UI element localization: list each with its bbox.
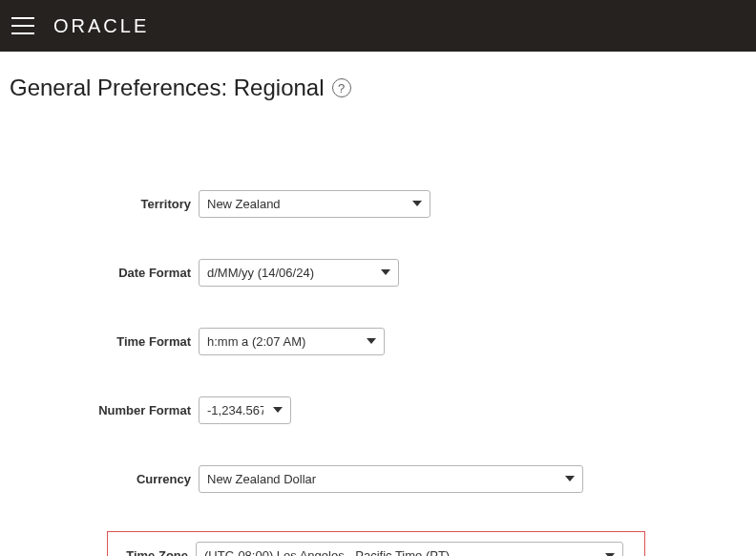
time-format-label: Time Format [10, 334, 199, 349]
page-title-text: General Preferences: Regional [10, 75, 325, 101]
brand-logo: ORACLE [53, 15, 149, 37]
date-format-label: Date Format [10, 266, 199, 280]
page-title: General Preferences: Regional ? [10, 75, 746, 101]
app-header: ORACLE [0, 0, 756, 52]
time-zone-select[interactable]: (UTC-08:00) Los Angeles - Pacific Time (… [196, 542, 623, 556]
currency-label: Currency [10, 472, 199, 486]
help-icon[interactable]: ? [332, 78, 351, 97]
time-zone-highlight: Time Zone (UTC-08:00) Los Angeles - Paci… [107, 531, 645, 556]
number-format-select[interactable]: -1,234.567 [199, 396, 291, 424]
time-zone-label: Time Zone [108, 548, 196, 556]
hamburger-menu-icon[interactable] [11, 17, 34, 34]
date-format-row: Date Format d/MM/yy (14/06/24) [10, 256, 746, 289]
number-format-label: Number Format [10, 403, 199, 417]
territory-row: Territory New Zealand [10, 187, 746, 220]
time-format-select[interactable]: h:mm a (2:07 AM) [199, 328, 385, 355]
currency-row: Currency New Zealand Dollar [10, 462, 746, 495]
time-format-row: Time Format h:mm a (2:07 AM) [10, 325, 746, 357]
content-area: General Preferences: Regional ? Territor… [0, 52, 756, 556]
currency-select[interactable]: New Zealand Dollar [199, 465, 583, 493]
territory-select[interactable]: New Zealand [199, 190, 430, 218]
territory-label: Territory [10, 197, 199, 211]
date-format-select[interactable]: d/MM/yy (14/06/24) [199, 259, 399, 287]
preferences-form: Territory New Zealand Date Format d/MM/y… [10, 187, 746, 556]
number-format-row: Number Format -1,234.567 [10, 394, 746, 426]
